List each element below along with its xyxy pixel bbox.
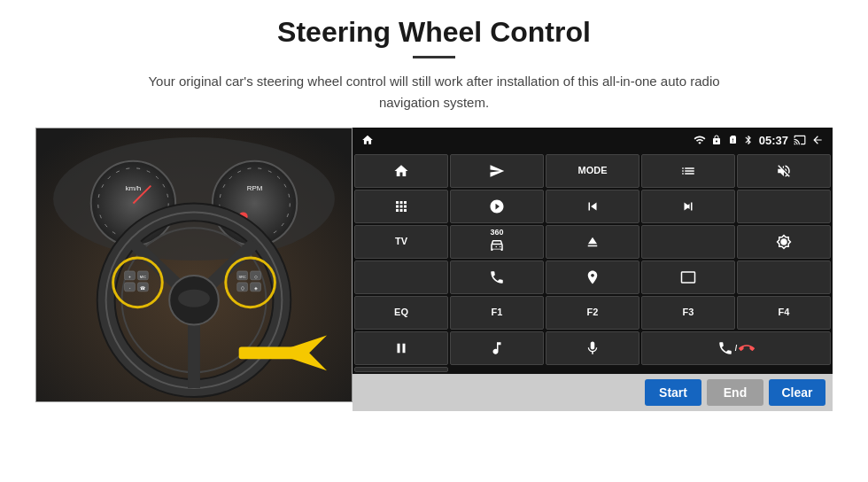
end-button[interactable]: End (707, 379, 763, 406)
btn-tv[interactable] (737, 190, 831, 223)
btn-f2[interactable]: F1 (450, 296, 544, 330)
svg-text:◈: ◈ (254, 286, 258, 291)
title-divider (413, 56, 455, 58)
btn-play-pause[interactable] (354, 331, 448, 365)
page-title: Steering Wheel Control (277, 16, 591, 49)
svg-point-19 (178, 290, 210, 307)
btn-send[interactable] (450, 154, 544, 188)
btn-brightness[interactable] (737, 225, 831, 259)
btn-next[interactable] (641, 190, 735, 223)
svg-text:SRC: SRC (238, 275, 246, 279)
action-bar: Start End Clear (353, 374, 833, 411)
btn-phone-answer[interactable]: / (641, 331, 831, 365)
cast-icon (794, 134, 806, 146)
btn-eq[interactable] (737, 260, 831, 294)
status-bar: 05:37 (353, 128, 833, 152)
head-unit-panel: 05:37 MODE (353, 128, 833, 411)
content-area: km/h RPM (35, 128, 833, 411)
svg-text:+: + (128, 275, 131, 279)
back-icon (811, 134, 824, 146)
bluetooth-icon (743, 135, 754, 145)
svg-rect-39 (239, 346, 306, 359)
btn-empty[interactable] (354, 367, 448, 372)
btn-navigation[interactable] (546, 260, 639, 294)
clear-button[interactable]: Clear (769, 379, 825, 406)
btn-360[interactable]: 360 (450, 225, 544, 259)
svg-text:M/C: M/C (140, 275, 146, 279)
start-button[interactable]: Start (645, 379, 701, 406)
status-bar-right: 05:37 (694, 134, 824, 147)
btn-radio[interactable] (641, 225, 735, 259)
lock-icon (711, 135, 722, 145)
btn-apps[interactable] (354, 190, 448, 223)
svg-text:km/h: km/h (126, 184, 141, 192)
btn-phone[interactable] (450, 260, 544, 294)
btn-f5[interactable]: F4 (737, 296, 831, 330)
svg-text:☎: ☎ (140, 286, 145, 291)
btn-music[interactable] (450, 331, 544, 365)
page-subtitle: Your original car's steering wheel contr… (124, 71, 744, 113)
control-button-grid: MODE (353, 152, 833, 374)
steering-wheel-image: km/h RPM (35, 128, 353, 402)
svg-text:◇: ◇ (254, 275, 258, 279)
btn-mic[interactable] (546, 331, 639, 365)
btn-media[interactable]: TV (354, 225, 448, 259)
btn-home[interactable] (354, 154, 448, 188)
sim-icon (727, 135, 738, 145)
btn-screen[interactable] (641, 260, 735, 294)
btn-settings[interactable] (450, 190, 544, 223)
wifi-icon (694, 134, 706, 146)
svg-text:⟨⟩: ⟨⟩ (241, 286, 244, 291)
btn-f3[interactable]: F2 (546, 296, 639, 330)
btn-mode[interactable]: MODE (546, 154, 639, 188)
status-time: 05:37 (759, 134, 788, 147)
btn-f1[interactable]: EQ (354, 296, 448, 330)
btn-dvd[interactable] (354, 260, 448, 294)
status-bar-left (361, 134, 374, 146)
btn-list[interactable] (641, 154, 735, 188)
btn-prev[interactable] (546, 190, 639, 223)
svg-text:RPM: RPM (247, 184, 263, 192)
home-status-icon (361, 134, 374, 146)
btn-vol-mute[interactable] (737, 154, 831, 188)
btn-eject[interactable] (546, 225, 639, 259)
btn-f4[interactable]: F3 (641, 296, 735, 330)
